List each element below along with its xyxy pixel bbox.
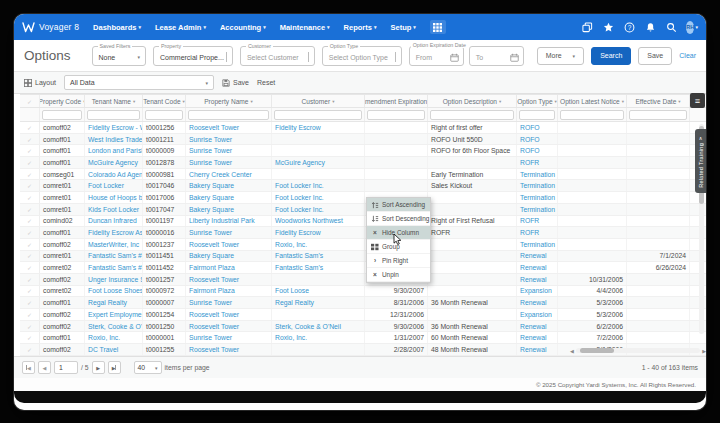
save-button[interactable]: Save: [638, 47, 672, 65]
cell-property_name[interactable]: Bakery Square: [186, 251, 272, 262]
nav-menu-setup[interactable]: Setup▾: [390, 23, 415, 32]
voyager-logo[interactable]: Voyager 8: [22, 22, 79, 33]
cell-option_type[interactable]: Renewal: [517, 251, 558, 262]
cell-tenant_name[interactable]: Colorado Ad Agency: [85, 169, 143, 180]
cell-customer[interactable]: McGuire Agency: [272, 157, 365, 168]
calendar-icon[interactable]: [450, 53, 459, 62]
row-checkbox[interactable]: ✓: [20, 227, 40, 238]
menu-item-sort-descending[interactable]: Sort Descending: [367, 212, 430, 226]
cell-customer[interactable]: Fidelity Escrow: [272, 227, 365, 238]
column-filter-option_description[interactable]: [428, 108, 517, 121]
help-icon[interactable]: ?: [623, 21, 635, 33]
table-row[interactable]: ✓comoff01McGuire Agencyt0012878Sunrise T…: [20, 157, 706, 169]
horizontal-scrollbar[interactable]: ◀ ▶: [570, 347, 706, 354]
cell-property_name[interactable]: Roosevelt Tower: [186, 321, 272, 332]
table-row[interactable]: ✓comoff02Sterk, Cooke & O'Nei...t0001250…: [20, 321, 706, 333]
nav-menu-dashboards[interactable]: Dashboards▾: [93, 23, 141, 32]
cell-option_type[interactable]: Expansion: [517, 286, 558, 297]
table-row[interactable]: ✓comoff02Fidelity Escrow - Wa...t0001256…: [20, 122, 706, 134]
cell-customer[interactable]: [272, 134, 365, 145]
cell-customer[interactable]: [272, 344, 365, 355]
nav-menu-reports[interactable]: Reports▾: [344, 23, 377, 32]
column-header-option_type[interactable]: Option Type▾: [517, 95, 558, 107]
row-checkbox[interactable]: ✓: [20, 157, 40, 168]
table-row[interactable]: ✓comind02Duncan Infraredt0001197Liberty …: [20, 216, 706, 228]
chevron-down-icon[interactable]: ▾: [332, 99, 334, 104]
cell-customer[interactable]: Roxio, Inc.: [272, 239, 365, 250]
cell-option_type[interactable]: ROFR: [517, 157, 558, 168]
row-checkbox[interactable]: ✓: [20, 344, 40, 355]
row-checkbox[interactable]: ✓: [20, 286, 40, 297]
option-type-input[interactable]: Option Type Select Option Type: [322, 46, 402, 66]
chevron-down-icon[interactable]: ▾: [622, 99, 624, 104]
cell-property_name[interactable]: Roosevelt Tower: [186, 122, 272, 133]
cell-customer[interactable]: Fantastic Sam's: [272, 251, 365, 262]
cell-property_name[interactable]: Fairmont Plaza: [186, 286, 272, 297]
cell-tenant_name[interactable]: Roxio, Inc.: [85, 332, 143, 343]
table-row[interactable]: ✓comoff01West Indies Tradet0001211Sunris…: [20, 134, 706, 146]
next-page-button[interactable]: ▶: [92, 361, 105, 374]
cell-option_type[interactable]: ROFR: [517, 227, 558, 238]
cell-option_type[interactable]: Termination: [517, 239, 558, 250]
cell-customer[interactable]: Foot Locker Inc.: [272, 204, 365, 215]
cell-tenant_name[interactable]: West Indies Trade: [85, 134, 143, 145]
cell-option_type[interactable]: Termination: [517, 169, 558, 180]
column-filter-option_type[interactable]: [517, 108, 558, 121]
cell-tenant_name[interactable]: MasterWriter, Inc: [85, 239, 143, 250]
first-page-button[interactable]: ◀: [22, 361, 35, 374]
cell-tenant_name[interactable]: Fidelity Escrow - Wa...: [85, 122, 143, 133]
cell-property_name[interactable]: Cherry Creek Center: [186, 169, 272, 180]
column-filter-amendment_expiration[interactable]: [365, 108, 428, 121]
row-checkbox[interactable]: ✓: [20, 262, 40, 273]
row-checkbox[interactable]: ✓: [20, 321, 40, 332]
cell-tenant_name[interactable]: McGuire Agency: [85, 157, 143, 168]
cell-property_name[interactable]: Sunrise Tower: [186, 332, 272, 343]
related-training-tab[interactable]: ∧ Related Training: [695, 129, 706, 193]
nav-menu-maintenance[interactable]: Maintenance▾: [280, 23, 330, 32]
cell-tenant_name[interactable]: Foot Locker: [85, 180, 143, 191]
column-filter-input[interactable]: [560, 110, 624, 120]
cell-property_name[interactable]: Sunrise Tower: [186, 145, 272, 156]
row-checkbox[interactable]: ✓: [20, 169, 40, 180]
user-avatar[interactable]: RH▾: [686, 21, 698, 33]
menu-item-unpin[interactable]: ×Unpin: [367, 268, 430, 282]
cell-customer[interactable]: Fantastic Sam's: [272, 262, 365, 273]
cell-property_name[interactable]: Liberty Industrial Park: [186, 216, 272, 227]
cell-tenant_name[interactable]: Expert Employment ...: [85, 309, 143, 320]
table-row[interactable]: ✓comoff02Unger Insurance Ser...t0001257R…: [20, 274, 706, 286]
select-all-checkbox[interactable]: ✓: [20, 95, 40, 107]
window-copy-icon[interactable]: [581, 21, 593, 33]
cell-customer[interactable]: Woodworks Northwest: [272, 216, 365, 227]
cell-property_name[interactable]: Roosevelt Tower: [186, 309, 272, 320]
table-row[interactable]: ✓comret01Fantastic Sam's #196t0011451Bak…: [20, 251, 706, 263]
cell-customer[interactable]: [272, 274, 365, 285]
column-header-tenant_name[interactable]: Tenant Name▾: [85, 95, 143, 107]
table-row[interactable]: ✓comret01House of Hoops by F...t0017006B…: [20, 192, 706, 204]
table-row[interactable]: ✓comret01Kids Foot Lockert0017047Bakery …: [20, 204, 706, 216]
customer-input[interactable]: Customer Select Customer: [240, 46, 315, 66]
table-row[interactable]: ✓comoff01Fidelity Escrow Asso...t0000016…: [20, 227, 706, 239]
cell-property_name[interactable]: Sunrise Tower: [186, 157, 272, 168]
cell-property_name[interactable]: Roosevelt Tower: [186, 274, 272, 285]
menu-item-sort-ascending[interactable]: Sort Ascending: [367, 198, 430, 212]
cell-property_name[interactable]: Sunrise Tower: [186, 227, 272, 238]
cell-option_type[interactable]: ROFO: [517, 122, 558, 133]
cell-property_name[interactable]: Roosevelt Tower: [186, 239, 272, 250]
nav-menu-lease-admin[interactable]: Lease Admin▾: [155, 23, 206, 32]
row-checkbox[interactable]: ✓: [20, 297, 40, 308]
cell-tenant_name[interactable]: DC Travel: [85, 344, 143, 355]
scroll-left-icon[interactable]: ◀: [570, 348, 574, 354]
cell-option_type[interactable]: Renewal: [517, 262, 558, 273]
cell-customer[interactable]: Regal Realty: [272, 297, 365, 308]
table-row[interactable]: ✓comret02Foot Loose Shoest0000972Fairmon…: [20, 286, 706, 298]
cell-customer[interactable]: Sterk, Cooke & O'Neil: [272, 321, 365, 332]
cell-tenant_name[interactable]: Foot Loose Shoes: [85, 286, 143, 297]
cell-customer[interactable]: Foot Loose: [272, 286, 365, 297]
cell-tenant_name[interactable]: Kids Foot Locker: [85, 204, 143, 215]
cell-customer[interactable]: Roxio, Inc.: [272, 332, 365, 343]
horizontal-scrollbar-thumb[interactable]: [580, 348, 614, 353]
layout-save-button[interactable]: Save: [222, 79, 249, 87]
cell-option_type[interactable]: ROFO: [517, 134, 558, 145]
column-header-tenant_code[interactable]: Tenant Code▾: [143, 95, 186, 107]
cell-tenant_name[interactable]: Duncan Infrared: [85, 216, 143, 227]
